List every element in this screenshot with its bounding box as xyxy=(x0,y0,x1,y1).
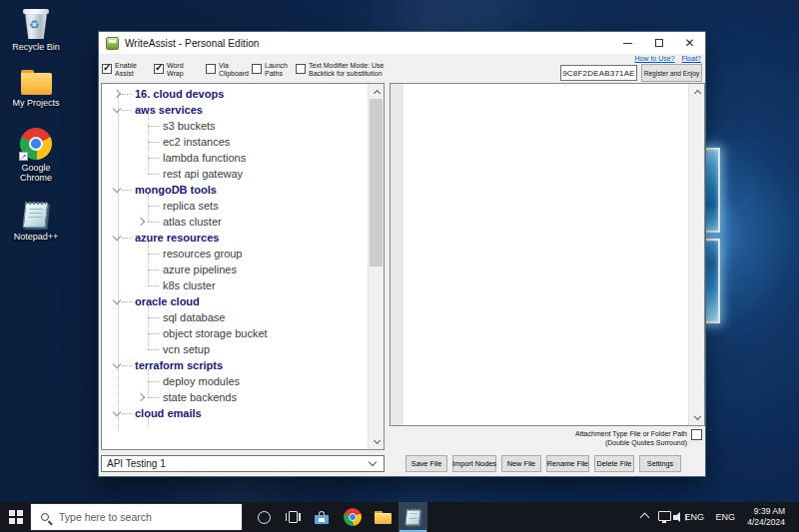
search-placeholder: Type here to search xyxy=(59,511,152,523)
network-icon[interactable] xyxy=(658,511,671,521)
rename-file-button[interactable]: Rename File xyxy=(546,455,589,472)
tree-expanded-icon[interactable] xyxy=(113,233,121,241)
tree-node-replica-sets[interactable]: replica sets xyxy=(102,198,368,214)
desktop-icon-google-chrome[interactable]: ↗Google Chrome xyxy=(0,128,72,183)
tree-node-sql-database[interactable]: sql database xyxy=(102,309,368,325)
checkbox[interactable] xyxy=(296,64,306,74)
desktop-icon-label: My Projects xyxy=(12,98,59,108)
import-nodes-button[interactable]: Import Nodes xyxy=(452,455,496,472)
file-selector-combobox[interactable]: API Testing 1 xyxy=(101,455,385,472)
scroll-up-arrow[interactable] xyxy=(369,84,385,99)
toolbar-checkbox-4[interactable]: Text Modifier Mode: Use Backtick for sub… xyxy=(296,62,384,78)
minimize-button[interactable] xyxy=(612,32,643,54)
editor-scrollbar[interactable] xyxy=(688,84,704,425)
toolbar-checkbox-2[interactable]: Via Clipboard xyxy=(206,62,249,78)
tree-node-vcn-setup[interactable]: vcn setup xyxy=(102,341,368,357)
checkbox[interactable] xyxy=(206,64,216,74)
task-view-button[interactable] xyxy=(279,502,307,532)
attachment-note: Attachment Type File or Folder Path (Dou… xyxy=(575,429,687,447)
tree-node-s3-buckets[interactable]: s3 buckets xyxy=(102,118,368,134)
toolbar-checkbox-1[interactable]: Word Wrap xyxy=(154,62,184,78)
tree-node-label: aws services xyxy=(135,104,203,116)
tree-expanded-icon[interactable] xyxy=(113,185,121,193)
desktop-icon-label: Google Chrome xyxy=(20,163,52,183)
tree-node-resources-group[interactable]: resources group xyxy=(102,246,368,262)
settings-button[interactable]: Settings xyxy=(639,455,681,472)
desktop-icon-recycle-bin[interactable]: ♻Recycle Bin xyxy=(0,8,72,52)
taskbar-search[interactable]: Type here to search xyxy=(30,503,243,531)
cortana-button[interactable] xyxy=(250,502,278,532)
desktop-icon-my-projects[interactable]: My Projects xyxy=(0,70,72,108)
tree-node-label: k8s cluster xyxy=(163,279,216,291)
tree-node-aws-services[interactable]: aws services xyxy=(102,102,368,118)
language-indicator-1[interactable]: ENG xyxy=(684,502,704,532)
toolbar-checkbox-3[interactable]: Launch Paths xyxy=(252,62,288,78)
checkbox[interactable] xyxy=(102,64,112,74)
register-button[interactable]: Register and Enjoy xyxy=(641,64,702,82)
tree-scrollbar[interactable] xyxy=(368,84,384,449)
tree-collapsed-icon[interactable] xyxy=(137,218,145,226)
tray-chevron-up-icon[interactable] xyxy=(640,513,650,523)
tree-expanded-icon[interactable] xyxy=(113,408,121,416)
text-editor-area[interactable] xyxy=(390,83,705,426)
tree-node-label: oracle cloud xyxy=(135,295,200,307)
float-link[interactable]: Float? xyxy=(682,55,701,62)
tree-expanded-icon[interactable] xyxy=(113,105,121,113)
desktop-icon-notepad-plus-plus[interactable]: Notepad++ xyxy=(0,201,72,242)
license-key-field[interactable]: 9C8F2DEAB371AE xyxy=(560,65,637,81)
tree-node-k8s-cluster[interactable]: k8s cluster xyxy=(102,277,368,293)
tree-scrollbar-thumb[interactable] xyxy=(370,99,383,266)
tree-collapsed-icon[interactable] xyxy=(137,393,145,401)
tree-node-cloud-emails[interactable]: cloud emails xyxy=(102,405,368,421)
scroll-up-arrow[interactable] xyxy=(689,84,705,99)
checkbox[interactable] xyxy=(252,64,262,74)
start-button[interactable] xyxy=(9,510,23,524)
tree-expanded-icon[interactable] xyxy=(113,360,121,368)
scroll-down-arrow[interactable] xyxy=(689,410,705,425)
notepad-plus-plus-taskbar-button[interactable] xyxy=(399,502,427,532)
tree-node-label: cloud emails xyxy=(135,407,202,419)
editor-gutter xyxy=(391,84,403,425)
attachment-checkbox[interactable] xyxy=(691,429,702,440)
tree-node-label: ec2 instances xyxy=(163,136,230,148)
tree-node-label: azure pipelines xyxy=(163,264,237,275)
node-tree-panel: 16. cloud devopsaws servicess3 bucketsec… xyxy=(101,83,385,450)
tree-node-terraform-scripts[interactable]: terraform scripts xyxy=(102,357,368,373)
tree-node-oracle-cloud[interactable]: oracle cloud xyxy=(102,293,368,309)
checkbox-label: Enable Assist xyxy=(115,62,137,78)
tree-collapsed-icon[interactable] xyxy=(113,90,121,98)
tree-node-azure-pipelines[interactable]: azure pipelines xyxy=(102,262,368,277)
tree-node-atlas-cluster[interactable]: atlas cluster xyxy=(102,214,368,230)
tree-node-label: atlas cluster xyxy=(163,216,222,228)
tree-node-label: replica sets xyxy=(163,200,219,212)
folder-icon xyxy=(21,70,52,95)
tree-node-label: terraform scripts xyxy=(135,359,223,371)
store-button[interactable] xyxy=(308,502,336,532)
language-indicator-2[interactable]: ENG xyxy=(715,502,735,532)
chrome-button[interactable] xyxy=(339,502,367,532)
maximize-button[interactable] xyxy=(643,32,674,54)
tree-node-object-storage-bucket[interactable]: object storage bucket xyxy=(102,325,368,341)
tree-node-state-backends[interactable]: state backends xyxy=(102,389,368,405)
toolbar-checkbox-0[interactable]: Enable Assist xyxy=(102,62,137,78)
how-to-use-link[interactable]: How to Use? xyxy=(634,55,674,62)
clock[interactable]: 9:39 AM 4/24/2024 xyxy=(747,506,785,528)
delete-file-button[interactable]: Delete File xyxy=(594,455,634,472)
close-button[interactable]: ✕ xyxy=(674,32,705,54)
scroll-down-arrow[interactable] xyxy=(369,434,385,449)
tree-node-deploy-modules[interactable]: deploy modules xyxy=(102,373,368,389)
tree-node-ec2-instances[interactable]: ec2 instances xyxy=(102,134,368,150)
tree-node-azure-resources[interactable]: azure resources xyxy=(102,230,368,246)
checkbox[interactable] xyxy=(154,64,164,74)
file-explorer-button[interactable] xyxy=(369,502,397,532)
new-file-button[interactable]: New File xyxy=(501,455,541,472)
tree-node-mongodb-tools[interactable]: mongoDB tools xyxy=(102,182,368,198)
tree-node-label: rest api gateway xyxy=(163,168,243,180)
tree-node-lambda-functions[interactable]: lambda functions xyxy=(102,150,368,166)
tree-node-rest-api-gateway[interactable]: rest api gateway xyxy=(102,166,368,182)
tree-expanded-icon[interactable] xyxy=(113,296,121,304)
toolbar: Enable AssistWord WrapVia ClipboardLaunc… xyxy=(99,54,705,83)
tree-node-16-cloud-devops[interactable]: 16. cloud devops xyxy=(102,86,368,102)
save-file-button[interactable]: Save File xyxy=(405,455,447,472)
taskbar: Type here to search ENG ENG 9:39 AM 4/24… xyxy=(0,502,799,532)
